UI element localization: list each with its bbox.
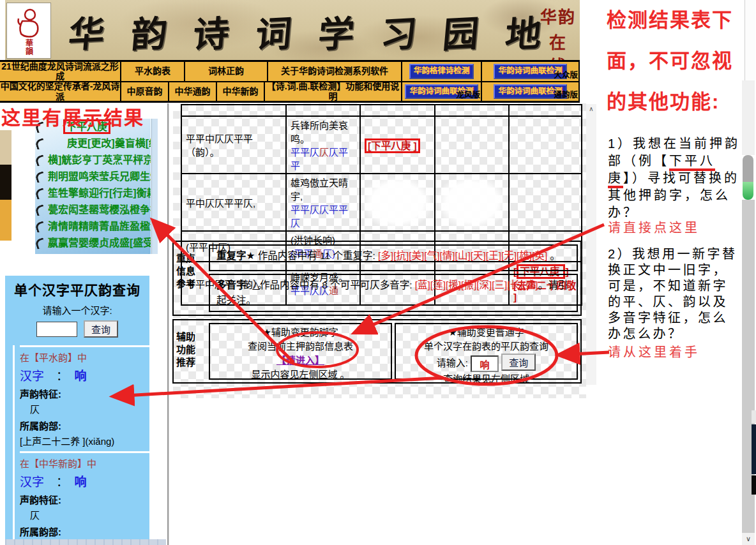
menu-bar-top: 21世纪曲度龙风诗词流派之形成平水韵表词林正韵关于华韵诗词检测系列软件华韵格律诗… bbox=[0, 60, 580, 81]
menu-button-cell: 华韵诗词曲联检测通韵版 bbox=[482, 82, 580, 101]
info-row-text: 作品内容中有 11 个重复字: bbox=[255, 250, 378, 261]
rhyme-char-line: 横]觥彭亨丁英烹平枰京惊 bbox=[44, 152, 151, 168]
info-red-chars: [多][抗][美][气][情][山][天][王][无][雄][英] bbox=[378, 250, 547, 261]
verse-cell: 雄鸡傲立天晴宇,平平仄仄平平仄 bbox=[286, 174, 360, 231]
menu-link-3[interactable]: 中华新韵 bbox=[217, 82, 265, 101]
background-window-fragment bbox=[752, 410, 756, 423]
rhyme-char-line: 荆明盟鸣荣莹兵兄卿生甥 bbox=[44, 168, 151, 185]
hanzi-colon: ： bbox=[44, 475, 75, 489]
hanzi-value: 响 bbox=[75, 475, 87, 489]
tone-segment: 平平仄仄平平仄 bbox=[291, 204, 348, 228]
poem-table-row bbox=[181, 105, 582, 116]
chevron-up-icon[interactable]: ∧ bbox=[586, 104, 596, 114]
rhyme-list-scrollbar[interactable] bbox=[151, 119, 158, 254]
hanzi-value: 响 bbox=[75, 370, 87, 383]
menu-button-cell: 华韵诗词曲联检测龙风版 bbox=[402, 82, 482, 101]
logo-text: 華韻 bbox=[24, 39, 34, 56]
rhyme-result-list: 下平八庚庚更[更改]羹盲横[纵横]觥彭亨丁英烹平枰京惊荆明盟鸣荣莹兵兄卿生甥笙牲… bbox=[35, 119, 151, 254]
main-frame-scrollbar[interactable]: ∧ bbox=[586, 104, 596, 385]
rhyme-char-line: 诚呈程酲声征正[正月]轻名 bbox=[44, 251, 151, 254]
helper-functions-table: 辅助功能推荐 ★辅助变更韵脚字 查阅当前主押韵部信息表 【请进入】 显示内容见左… bbox=[172, 319, 582, 384]
enter-link[interactable]: 【请进入】 bbox=[276, 355, 324, 366]
tone-pattern-cell: 平平中仄仄平平（韵）。 bbox=[181, 116, 286, 174]
menu-bar-bottom: 中国文化的坚定传承者-龙风诗派中原音韵中华通韵中华新韵【诗.词.曲.联检测】功能… bbox=[0, 81, 580, 103]
title-char: 词 bbox=[253, 4, 294, 57]
feature-value: 仄 bbox=[20, 508, 149, 521]
rhyme-group-cell bbox=[509, 116, 582, 174]
menu-link-3[interactable]: 关于华韵诗词检测系列软件 bbox=[268, 62, 402, 81]
verse-cell: 兵锋所向美哀鸣。平平仄仄仄平平 bbox=[286, 116, 360, 174]
helper-rhyme-change-cell: ★辅助变更韵脚字 查阅当前主押韵部信息表 【请进入】 显示内容见左侧区域 。 bbox=[209, 323, 392, 380]
menu-link-2[interactable]: 词林正韵 bbox=[185, 62, 268, 81]
right-panel-action2-link[interactable]: 请从这里着手 bbox=[608, 342, 743, 361]
helper-right-line2: 单个汉字在韵表的平仄韵查询 bbox=[397, 340, 575, 354]
hanzi-query-button[interactable]: 查询 bbox=[84, 320, 118, 338]
background-window-fragment bbox=[752, 424, 756, 474]
background-window-fragment bbox=[0, 165, 11, 200]
helper-left-line4: 显示内容见左侧区域 。 bbox=[211, 368, 389, 382]
info-row-title: 重复字★ bbox=[216, 250, 255, 261]
chevron-down-icon[interactable]: ∨ bbox=[742, 533, 755, 545]
hanzi-tone-query-panel: 单个汉字平仄韵查询 请输入一个汉字: 查询 在【平水韵】中汉字 ： 响声韵特征:… bbox=[5, 276, 149, 539]
outer-scrollbar-thumb[interactable] bbox=[743, 155, 753, 200]
key-info-header-line: 重点 bbox=[176, 252, 206, 265]
menu-link-0[interactable]: 中国文化的坚定传承者-龙风诗派 bbox=[0, 82, 121, 101]
menu-link-1[interactable]: 中原音韵 bbox=[121, 82, 169, 101]
result-hanzi-line: 汉字 ： 响 bbox=[20, 366, 149, 384]
helper-header-line: 辅助 bbox=[176, 331, 206, 343]
helper-char-query-cell: ★辅助变更普通字 单个汉字在韵表的平仄韵查询 请输入: 查询 查询结果见左侧区域 bbox=[395, 323, 578, 380]
helper-input-row: 请输入: 查询 bbox=[397, 354, 575, 372]
rhyme-group-cell bbox=[360, 105, 435, 116]
teapot-logo-icon bbox=[16, 6, 42, 39]
page: 華韻 华韵诗词学习园地 华韵 在线 21世纪曲度龙风诗词流派之形成平水韵表词林正… bbox=[0, 0, 756, 545]
title-char: 习 bbox=[379, 4, 419, 57]
menu-link-0[interactable]: 21世纪曲度龙风诗词流派之形成 bbox=[0, 62, 121, 81]
title-char: 华 bbox=[66, 4, 107, 57]
helper-hanzi-input[interactable] bbox=[471, 355, 499, 372]
site-title: 华韵诗词学习园地 bbox=[69, 5, 541, 56]
helper-header-line: 推荐 bbox=[176, 356, 206, 369]
result-source-label: 在【平水韵】中 bbox=[20, 350, 149, 364]
menu-version-label: 通韵版 bbox=[554, 91, 578, 100]
helper-header-line: 功能 bbox=[176, 343, 206, 356]
verse-cell bbox=[286, 105, 360, 116]
empty-cell bbox=[435, 174, 509, 231]
menu-link-4[interactable]: 【诗.词.曲.联检测】功能和使用说明 bbox=[265, 82, 402, 101]
right-panel-action1-link[interactable]: 请直接点这里 bbox=[608, 218, 743, 236]
query-panel-prompt: 请输入一个汉字: bbox=[5, 303, 149, 317]
menu-link-1[interactable]: 平水韵表 bbox=[121, 62, 185, 81]
site-banner: 華韻 华韵诗词学习园地 华韵 在线 bbox=[5, 0, 580, 60]
result-source-label: 在【中华新韵】中 bbox=[20, 456, 149, 470]
right-panel-heading: 检测结果表下面，不可忽视的其他功能: bbox=[607, 0, 742, 123]
query-result-block: 在【平水韵】中汉字 ： 响声韵特征:仄所属韵部:[上声二十二养 ](xiǎng) bbox=[20, 345, 149, 451]
helper-left-line1: ★辅助变更韵脚字 bbox=[211, 325, 389, 340]
hanzi-label: 汉字 bbox=[20, 475, 44, 489]
site-logo: 華韻 bbox=[6, 3, 51, 59]
menu-link-2[interactable]: 中华通韵 bbox=[169, 82, 217, 101]
result-hanzi-line: 汉字 ： 响 bbox=[20, 472, 149, 489]
key-info-body: 重复字★ 作品内容中有 11 个重复字: [多][抗][美][气][情][山][… bbox=[209, 244, 578, 312]
left-panel-horizontal-scrollbar[interactable] bbox=[5, 539, 166, 545]
outer-scrollbar-track-light[interactable] bbox=[742, 80, 755, 155]
menu-button[interactable]: 华韵格律诗检测 bbox=[409, 64, 474, 79]
tone-pattern-cell bbox=[181, 105, 286, 116]
menu-button-cell: 华韵格律诗检测 bbox=[402, 62, 482, 81]
background-window-fragment bbox=[752, 475, 756, 495]
menu-version-label: 龙风版 bbox=[456, 91, 480, 100]
feature-label: 声韵特征: bbox=[20, 387, 149, 400]
tone-pattern-cell: 平中仄仄平平仄, bbox=[181, 174, 286, 231]
rhyme-group-cell: [下平八庚 ] bbox=[360, 116, 435, 174]
helper-query-button[interactable]: 查询 bbox=[501, 354, 536, 371]
verse-tone-line: 平平仄仄仄平平 bbox=[291, 145, 356, 172]
left-annotation-text: 这里有展示结果 bbox=[1, 102, 144, 130]
tone-segment: 平平仄 bbox=[291, 147, 319, 158]
query-results: 在【平水韵】中汉字 ： 响声韵特征:仄所属韵部:[上声二十二养 ](xiǎng)… bbox=[13, 345, 149, 539]
key-info-row: 重复字★ 作品内容中有 11 个重复字: [多][抗][美][气][情][山][… bbox=[209, 244, 578, 271]
hanzi-query-input[interactable] bbox=[36, 322, 77, 337]
info-red-chars: [蓝][莲][援][振][深][三][长][盛] bbox=[415, 280, 538, 290]
helper-header: 辅助功能推荐 bbox=[176, 323, 206, 380]
menu-button-cell: 华韵诗词曲联检测大众版 bbox=[482, 62, 580, 81]
rhyme-group-cell bbox=[509, 105, 582, 116]
key-info-header-line: 信息 bbox=[176, 265, 206, 278]
info-row-title: 多音字: bbox=[216, 280, 250, 290]
